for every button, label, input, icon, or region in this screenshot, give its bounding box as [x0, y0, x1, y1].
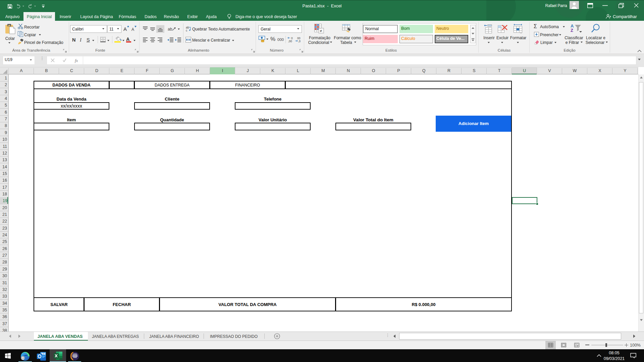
svg-text:ab: ab	[168, 27, 172, 32]
svg-text:≠: ≠	[320, 29, 322, 33]
svg-text:c: c	[186, 29, 187, 32]
svg-text:,0: ,0	[298, 40, 301, 43]
svg-text:fx: fx	[75, 58, 78, 63]
svg-text:,00: ,00	[288, 40, 292, 43]
